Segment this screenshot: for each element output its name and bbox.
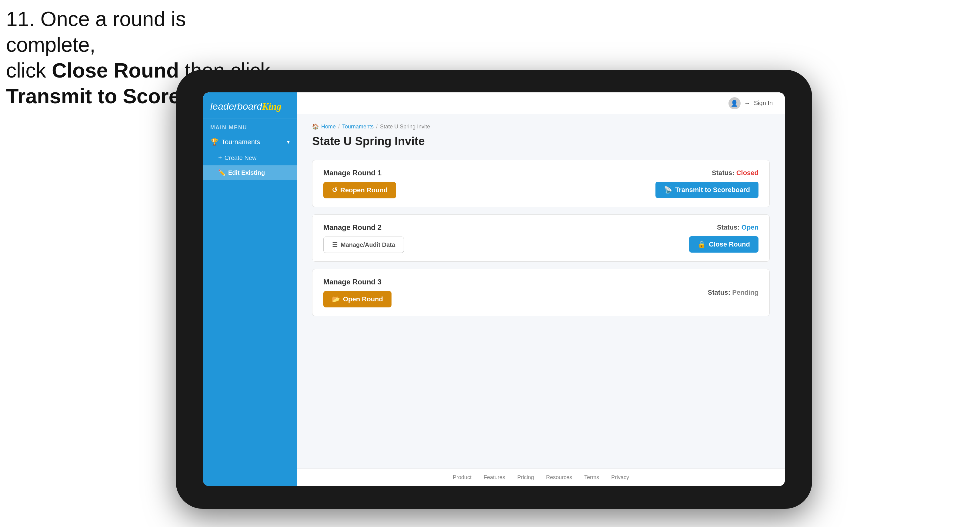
create-new-label: Create New: [224, 154, 257, 162]
chevron-down-icon: ▾: [287, 139, 290, 145]
user-icon: 👤: [730, 100, 738, 107]
round-2-status: Status: Open: [717, 224, 759, 232]
round-3-section: Manage Round 3 📂 Open Round Status: Pend…: [312, 269, 770, 316]
reopen-round-label: Reopen Round: [340, 186, 388, 194]
sign-in-label: Sign In: [754, 100, 773, 106]
transmit-label: Transmit to Scoreboard: [675, 186, 750, 194]
footer-product[interactable]: Product: [453, 474, 471, 481]
sidebar: leaderboardKing MAIN MENU 🏆 Tournaments …: [203, 92, 297, 486]
round-3-status-value: Pending: [732, 289, 759, 296]
transmit-icon: 📡: [664, 186, 672, 194]
close-round-button[interactable]: 🔒 Close Round: [689, 236, 759, 252]
instruction-line1: 11. Once a round is complete,: [6, 7, 186, 56]
breadcrumb-sep-2: /: [376, 124, 377, 130]
tablet-screen: leaderboardKing MAIN MENU 🏆 Tournaments …: [203, 92, 785, 486]
footer: Product Features Pricing Resources Terms…: [297, 468, 785, 486]
round-1-status: Status: Closed: [712, 169, 759, 177]
sidebar-item-create-new[interactable]: + Create New: [203, 150, 297, 165]
footer-features[interactable]: Features: [484, 474, 505, 481]
manage-audit-label: Manage/Audit Data: [340, 241, 395, 248]
content-area: 🏠 Home / Tournaments / State U Spring In…: [297, 114, 785, 468]
round-3-status: Status: Pending: [708, 289, 759, 297]
breadcrumb-tournaments[interactable]: Tournaments: [342, 124, 374, 130]
close-round-label: Close Round: [709, 240, 750, 248]
open-round-label: Open Round: [343, 295, 383, 303]
instruction-bold-close: Close Round: [52, 59, 179, 82]
audit-icon: ☰: [332, 241, 337, 248]
round-2-section: Manage Round 2 ☰ Manage/Audit Data Statu…: [312, 214, 770, 262]
round-2-right: Status: Open 🔒 Close Round: [689, 224, 759, 252]
breadcrumb-home[interactable]: Home: [321, 124, 336, 130]
round-1-left: Manage Round 1 ↺ Reopen Round: [323, 169, 396, 198]
round-2-status-value: Open: [741, 224, 759, 231]
page-title: State U Spring Invite: [312, 135, 770, 148]
sidebar-tournaments-left: 🏆 Tournaments: [210, 138, 260, 146]
signin-arrow-icon: →: [744, 100, 750, 106]
round-2-title: Manage Round 2: [323, 223, 404, 232]
lock-icon: 🔒: [698, 240, 706, 248]
reopen-round-button[interactable]: ↺ Reopen Round: [323, 182, 396, 198]
footer-terms[interactable]: Terms: [584, 474, 599, 481]
edit-existing-label: Edit Existing: [228, 169, 265, 176]
tablet-frame: leaderboardKing MAIN MENU 🏆 Tournaments …: [176, 70, 812, 509]
round-1-right: Status: Closed 📡 Transmit to Scoreboard: [655, 169, 759, 198]
top-nav: 👤 → Sign In: [297, 92, 785, 114]
round-3-left: Manage Round 3 📂 Open Round: [323, 278, 391, 307]
footer-privacy[interactable]: Privacy: [611, 474, 629, 481]
round-3-title: Manage Round 3: [323, 278, 391, 286]
transmit-to-scoreboard-button[interactable]: 📡 Transmit to Scoreboard: [655, 182, 759, 198]
sidebar-tournaments-label: Tournaments: [221, 138, 260, 146]
app-layout: leaderboardKing MAIN MENU 🏆 Tournaments …: [203, 92, 785, 486]
logo-king: King: [262, 101, 282, 112]
reopen-icon: ↺: [332, 186, 337, 194]
round-2-left: Manage Round 2 ☰ Manage/Audit Data: [323, 223, 404, 253]
round-1-status-value: Closed: [737, 169, 759, 176]
manage-audit-button[interactable]: ☰ Manage/Audit Data: [323, 237, 404, 253]
folder-icon: 📂: [332, 295, 340, 303]
round-1-title: Manage Round 1: [323, 169, 396, 177]
round-1-section: Manage Round 1 ↺ Reopen Round Status: Cl…: [312, 160, 770, 207]
trophy-icon: 🏆: [210, 138, 218, 146]
avatar: 👤: [729, 97, 741, 110]
footer-pricing[interactable]: Pricing: [517, 474, 534, 481]
sidebar-logo: leaderboardKing: [203, 92, 297, 118]
main-menu-label: MAIN MENU: [203, 118, 297, 134]
breadcrumb: 🏠 Home / Tournaments / State U Spring In…: [312, 123, 770, 130]
logo-prefix: leaderboard: [210, 101, 262, 112]
logo-text: leaderboardKing: [210, 101, 290, 112]
instruction-line2-prefix: click: [6, 59, 52, 82]
edit-icon: ✏️: [218, 169, 226, 176]
main-content: 👤 → Sign In 🏠 Home / Tournaments /: [297, 92, 785, 486]
sign-in-area[interactable]: 👤 → Sign In: [729, 97, 773, 110]
sidebar-item-tournaments[interactable]: 🏆 Tournaments ▾: [203, 134, 297, 150]
plus-icon: +: [218, 154, 222, 162]
breadcrumb-sep-1: /: [338, 124, 340, 130]
footer-resources[interactable]: Resources: [546, 474, 572, 481]
round-3-right: Status: Pending: [708, 289, 759, 297]
sidebar-item-edit-existing[interactable]: ✏️ Edit Existing: [203, 165, 297, 180]
open-round-button[interactable]: 📂 Open Round: [323, 291, 391, 307]
home-icon: 🏠: [312, 123, 319, 130]
breadcrumb-current: State U Spring Invite: [380, 124, 430, 130]
